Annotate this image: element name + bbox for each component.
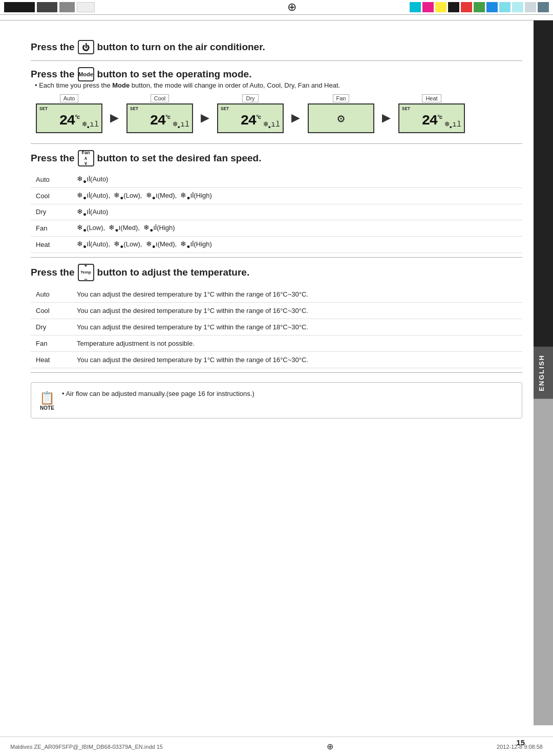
lcd-panel-fan: Fan ⚙ bbox=[303, 94, 379, 133]
footer-left: Maldives ZE_AR09FSFP@_IBIM_DB68-03379A_E… bbox=[10, 744, 163, 750]
color-swatch-gray bbox=[59, 2, 75, 12]
lcd-temp-auto: 24°c bbox=[59, 113, 79, 129]
temp-row-auto: Auto You can adjust the desired temperat… bbox=[31, 286, 522, 303]
lcd-label-fan: Fan bbox=[333, 94, 350, 102]
temp-button-icon: + Temp − bbox=[78, 264, 94, 281]
section-temp: Press the + Temp − button to adjust the … bbox=[31, 258, 522, 372]
lcd-set-heat: SET bbox=[402, 107, 410, 112]
lcd-fan-dry: ❄●ıl bbox=[264, 119, 280, 130]
lcd-set-dry: SET bbox=[221, 107, 229, 112]
swatch-black bbox=[448, 2, 459, 12]
top-lines bbox=[0, 14, 553, 20]
temp-btn-plus: + bbox=[84, 262, 87, 269]
fan-row-dry: Dry ❄●ıl(Auto) bbox=[31, 204, 522, 220]
temp-row-cool: Cool You can adjust the desired temperat… bbox=[31, 302, 522, 319]
mode-subtitle: Each time you press the Mode button, the… bbox=[31, 81, 522, 89]
swatch-green bbox=[474, 2, 485, 12]
power-heading-suffix: button to turn on the air conditioner. bbox=[97, 41, 265, 53]
fan-mode-dry: Dry bbox=[31, 204, 72, 220]
fan-desc-auto: ❄●ıl(Auto) bbox=[72, 172, 522, 187]
temp-adjustment-table: Auto You can adjust the desired temperat… bbox=[31, 286, 522, 368]
power-button-icon: ⏻ bbox=[78, 40, 94, 54]
temp-mode-auto: Auto bbox=[31, 286, 72, 303]
temp-row-fan: Fan Temperature adjustment is not possib… bbox=[31, 335, 522, 351]
color-swatch-white bbox=[77, 2, 95, 12]
lcd-temp-cool: 24°c bbox=[150, 113, 170, 129]
fan-heading: Press the Fan ∧∨ button to set the desir… bbox=[31, 150, 522, 166]
fan-desc-fan: ❄●(Low), ❄●ı(Med), ❄●ıl(High) bbox=[72, 220, 522, 237]
power-heading: Press the ⏻ button to turn on the air co… bbox=[31, 40, 522, 54]
fan-desc-cool: ❄●ıl(Auto), ❄●(Low), ❄●ı(Med), ❄●ıl(High… bbox=[72, 187, 522, 204]
temp-row-heat: Heat You can adjust the desired temperat… bbox=[31, 351, 522, 368]
color-bar-left bbox=[0, 0, 205, 14]
temp-desc-auto: You can adjust the desired temperature b… bbox=[72, 286, 522, 303]
temp-desc-heat: You can adjust the desired temperature b… bbox=[72, 351, 522, 368]
temp-mode-dry: Dry bbox=[31, 319, 72, 335]
lcd-display-fan: ⚙ bbox=[308, 103, 374, 133]
lcd-panel-heat: Heat SET 24°c ❄●ıl bbox=[393, 94, 470, 133]
fan-row-cool: Cool ❄●ıl(Auto), ❄●(Low), ❄●ı(Med), ❄●ıl… bbox=[31, 187, 522, 204]
fan-mode-heat: Heat bbox=[31, 237, 72, 253]
note-text: Air flow can be adjusted manually.(see p… bbox=[62, 390, 254, 397]
temp-heading: Press the + Temp − button to adjust the … bbox=[31, 264, 522, 281]
mode-heading: Press the Mode button to set the operati… bbox=[31, 67, 522, 81]
press-the-temp-text: Press the bbox=[31, 267, 75, 278]
lcd-panel-dry: Dry SET 24°c ❄●ıl bbox=[212, 94, 289, 133]
lcd-panels-row: Auto SET 24°c ❄●ıl ▶ Cool SET 24°c ❄●ıl … bbox=[31, 94, 522, 133]
lcd-set-cool: SET bbox=[130, 107, 138, 112]
lcd-label-heat: Heat bbox=[422, 94, 441, 102]
lcd-display-cool: SET 24°c ❄●ıl bbox=[126, 103, 193, 133]
temp-mode-heat: Heat bbox=[31, 351, 72, 368]
footer: Maldives ZE_AR09FSFP@_IBIM_DB68-03379A_E… bbox=[0, 737, 553, 756]
fan-speed-table: Auto ❄●ıl(Auto) Cool ❄●ıl(Auto), ❄●(Low)… bbox=[31, 172, 522, 253]
fan-mode-fan: Fan bbox=[31, 220, 72, 237]
registration-mark-top: ⊕ bbox=[205, 0, 379, 14]
fan-desc-dry: ❄●ıl(Auto) bbox=[72, 204, 522, 220]
note-document-icon: 📋 bbox=[39, 391, 55, 405]
footer-center-mark: ⊕ bbox=[327, 742, 333, 751]
temp-mode-fan: Fan bbox=[31, 335, 72, 351]
temp-mode-cool: Cool bbox=[31, 302, 72, 319]
mode-heading-suffix: button to set the operating mode. bbox=[97, 69, 252, 80]
swatch-yellow bbox=[435, 2, 446, 12]
lcd-fan-cool: ❄●ıl bbox=[173, 119, 189, 130]
swatch-cyan bbox=[410, 2, 421, 12]
lcd-display-auto: SET 24°c ❄●ıl bbox=[36, 103, 102, 133]
lcd-display-heat: SET 24°c ❄●ıl bbox=[398, 103, 465, 133]
swatch-magenta bbox=[422, 2, 434, 12]
press-the-fan-text: Press the bbox=[31, 153, 75, 164]
swatch-darkgray bbox=[538, 2, 549, 12]
fan-row-heat: Heat ❄●ıl(Auto), ❄●(Low), ❄●ı(Med), ❄●ıl… bbox=[31, 237, 522, 253]
swatch-red bbox=[461, 2, 472, 12]
arrow-1: ▶ bbox=[108, 111, 121, 124]
temp-desc-dry: You can adjust the desired temperature b… bbox=[72, 319, 522, 335]
temp-btn-label: Temp bbox=[80, 269, 91, 275]
lcd-fan-auto: ❄●ıl bbox=[82, 119, 99, 130]
lcd-display-dry: SET 24°c ❄●ıl bbox=[217, 103, 284, 133]
fan-btn-top: Fan bbox=[82, 150, 90, 156]
arrow-3: ▶ bbox=[289, 111, 303, 124]
footer-right: 2012-12-8 9:08:58 bbox=[497, 744, 543, 750]
arrow-4: ▶ bbox=[379, 111, 393, 124]
fan-mode-cool: Cool bbox=[31, 187, 72, 204]
swatch-lightcyan bbox=[512, 2, 523, 12]
fan-button-icon: Fan ∧∨ bbox=[78, 150, 94, 166]
lcd-fan-only-icon: ⚙ bbox=[337, 111, 345, 126]
fan-heading-suffix: button to set the desired fan speed. bbox=[97, 153, 262, 164]
fan-row-fan: Fan ❄●(Low), ❄●ı(Med), ❄●ıl(High) bbox=[31, 220, 522, 237]
top-color-bar: ⊕ bbox=[0, 0, 553, 14]
fan-btn-arrows: ∧∨ bbox=[84, 156, 88, 167]
lcd-temp-heat: 24°c bbox=[422, 113, 442, 129]
fan-desc-heat: ❄●ıl(Auto), ❄●(Low), ❄●ı(Med), ❄●ıl(High… bbox=[72, 237, 522, 253]
color-bar-right bbox=[379, 0, 553, 14]
color-swatch-black2 bbox=[37, 2, 57, 12]
section-fan: Press the Fan ∧∨ button to set the desir… bbox=[31, 144, 522, 257]
section-power: Press the ⏻ button to turn on the air co… bbox=[31, 31, 522, 60]
swatch-lightgray bbox=[525, 2, 536, 12]
swatch-lightblue bbox=[499, 2, 511, 12]
temp-heading-suffix: button to adjust the temperature. bbox=[97, 267, 250, 278]
lcd-label-dry: Dry bbox=[242, 94, 258, 102]
swatch-blue bbox=[486, 2, 498, 12]
note-box: 📋 NOTE Air flow can be adjusted manually… bbox=[31, 382, 522, 418]
lcd-label-auto: Auto bbox=[60, 94, 79, 102]
